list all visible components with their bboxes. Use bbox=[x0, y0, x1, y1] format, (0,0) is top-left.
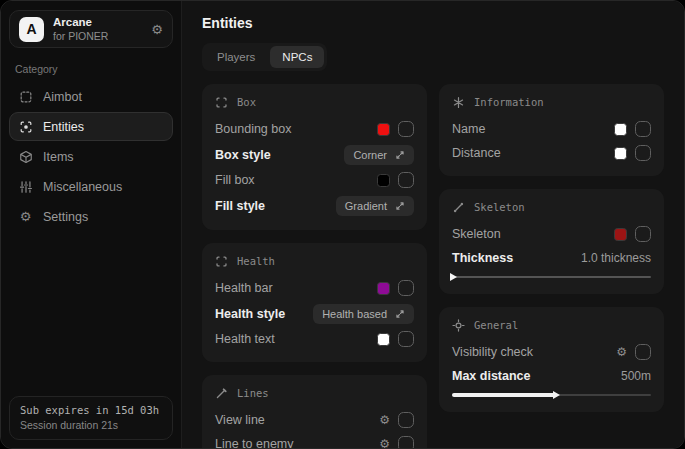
setting-label: Fill style bbox=[215, 199, 265, 213]
setting-row: Fill style Gradient bbox=[215, 192, 414, 219]
visibility-check-checkbox[interactable] bbox=[635, 344, 651, 360]
setting-label: Line to enemy bbox=[215, 437, 294, 449]
gear-icon[interactable]: ⚙ bbox=[379, 438, 390, 449]
slider-fill bbox=[452, 393, 555, 397]
sidebar-item-label: Items bbox=[43, 150, 74, 164]
card-title: General bbox=[474, 319, 518, 331]
setting-row: Max distance 500m bbox=[452, 364, 651, 388]
setting-label: Health text bbox=[215, 332, 275, 346]
bone-icon bbox=[452, 201, 465, 214]
category-label: Category bbox=[15, 63, 167, 75]
slider-track bbox=[452, 276, 651, 278]
color-swatch[interactable] bbox=[614, 147, 627, 160]
setting-label: Health bar bbox=[215, 281, 273, 295]
setting-label: Distance bbox=[452, 146, 501, 160]
setting-row: Thickness 1.0 thickness bbox=[452, 246, 651, 270]
tab-npcs[interactable]: NPCs bbox=[270, 46, 324, 68]
main-panel: Entities Players NPCs Box Bounding box bbox=[182, 1, 684, 448]
corner-brackets-icon bbox=[215, 255, 228, 268]
color-swatch[interactable] bbox=[377, 174, 390, 187]
sidebar-item-label: Entities bbox=[43, 120, 84, 134]
bounding-box-checkbox[interactable] bbox=[398, 121, 414, 137]
brand-card: A Arcane for PIONER ⚙ bbox=[9, 10, 173, 48]
lines-card-header: Lines bbox=[215, 385, 414, 401]
skeleton-card: Skeleton Skeleton Thickness 1.0 thicknes… bbox=[439, 189, 664, 294]
thickness-slider[interactable] bbox=[452, 271, 651, 283]
gear-icon[interactable]: ⚙ bbox=[379, 414, 390, 426]
sidebar-item-entities[interactable]: Entities bbox=[9, 112, 173, 141]
setting-label: Fill box bbox=[215, 173, 255, 187]
sidebar-item-settings[interactable]: ⚙ Settings bbox=[9, 202, 173, 231]
expand-icon bbox=[395, 201, 405, 211]
setting-row: Fill box bbox=[215, 168, 414, 192]
health-card: Health Health bar Health style H bbox=[202, 243, 427, 362]
card-title: Box bbox=[237, 96, 256, 108]
sidebar-item-aimbot[interactable]: Aimbot bbox=[9, 82, 173, 111]
setting-row: Name bbox=[452, 117, 651, 141]
setting-label: Thickness bbox=[452, 251, 513, 265]
setting-row: Health text bbox=[215, 327, 414, 351]
color-swatch[interactable] bbox=[614, 228, 627, 241]
setting-label: Name bbox=[452, 122, 485, 136]
health-card-header: Health bbox=[215, 253, 414, 269]
scan-eye-icon bbox=[18, 120, 33, 134]
setting-row: Health style Health based bbox=[215, 300, 414, 327]
sidebar: A Arcane for PIONER ⚙ Category Aimbot bbox=[1, 1, 182, 448]
gear-icon[interactable]: ⚙ bbox=[616, 346, 627, 358]
max-distance-slider[interactable] bbox=[452, 389, 651, 401]
box-card: Box Bounding box Box style Corne bbox=[202, 84, 427, 230]
color-swatch[interactable] bbox=[377, 282, 390, 295]
color-swatch[interactable] bbox=[377, 333, 390, 346]
information-card: Information Name Distance bbox=[439, 84, 664, 176]
dropdown-value: Health based bbox=[322, 308, 387, 320]
setting-row: View line ⚙ bbox=[215, 408, 414, 432]
setting-label: Box style bbox=[215, 148, 271, 162]
tab-players[interactable]: Players bbox=[205, 46, 267, 68]
name-checkbox[interactable] bbox=[635, 121, 651, 137]
setting-label: Skeleton bbox=[452, 227, 501, 241]
fill-box-checkbox[interactable] bbox=[398, 172, 414, 188]
health-bar-checkbox[interactable] bbox=[398, 280, 414, 296]
fill-style-dropdown[interactable]: Gradient bbox=[336, 196, 414, 216]
asterisk-icon bbox=[452, 96, 465, 109]
brand-subtitle: for PIONER bbox=[53, 30, 108, 43]
color-swatch[interactable] bbox=[377, 123, 390, 136]
sidebar-item-items[interactable]: Items bbox=[9, 142, 173, 171]
brand-text: Arcane for PIONER bbox=[53, 15, 108, 43]
gear-icon[interactable]: ⚙ bbox=[151, 22, 163, 37]
skeleton-checkbox[interactable] bbox=[635, 226, 651, 242]
line-to-enemy-checkbox[interactable] bbox=[398, 436, 414, 449]
color-swatch[interactable] bbox=[614, 123, 627, 136]
slider-thumb[interactable] bbox=[450, 273, 457, 281]
subscription-card: Sub expires in 15d 03h Session duration … bbox=[9, 396, 173, 440]
box-card-header: Box bbox=[215, 94, 414, 110]
brand-name: Arcane bbox=[53, 15, 108, 29]
view-line-checkbox[interactable] bbox=[398, 412, 414, 428]
app-window: A Arcane for PIONER ⚙ Category Aimbot bbox=[0, 0, 685, 449]
slider-thumb[interactable] bbox=[553, 391, 560, 399]
health-style-dropdown[interactable]: Health based bbox=[313, 304, 414, 324]
distance-checkbox[interactable] bbox=[635, 145, 651, 161]
setting-row: Box style Corner bbox=[215, 141, 414, 168]
general-card: General Visibility check ⚙ Max distance … bbox=[439, 307, 664, 412]
setting-row: Visibility check ⚙ bbox=[452, 340, 651, 364]
sidebar-item-label: Aimbot bbox=[43, 90, 82, 104]
brand-logo: A bbox=[19, 17, 44, 42]
general-card-header: General bbox=[452, 317, 651, 333]
lines-card: Lines View line ⚙ Line to enemy ⚙ bbox=[202, 375, 427, 449]
sub-expires-text: Sub expires in 15d 03h bbox=[20, 404, 162, 416]
page-title: Entities bbox=[202, 15, 664, 31]
setting-label: Health style bbox=[215, 307, 285, 321]
thickness-value: 1.0 thickness bbox=[581, 251, 651, 265]
left-column: Box Bounding box Box style Corne bbox=[202, 84, 427, 449]
pencil-line-icon bbox=[215, 387, 228, 400]
card-title: Lines bbox=[237, 387, 269, 399]
setting-label: Visibility check bbox=[452, 345, 533, 359]
setting-row: Skeleton bbox=[452, 222, 651, 246]
sidebar-item-miscellaneous[interactable]: Miscellaneous bbox=[9, 172, 173, 201]
crosshair-icon bbox=[18, 90, 33, 104]
setting-label: Max distance bbox=[452, 369, 531, 383]
box-style-dropdown[interactable]: Corner bbox=[344, 145, 414, 165]
health-text-checkbox[interactable] bbox=[398, 331, 414, 347]
sidebar-item-label: Settings bbox=[43, 210, 88, 224]
